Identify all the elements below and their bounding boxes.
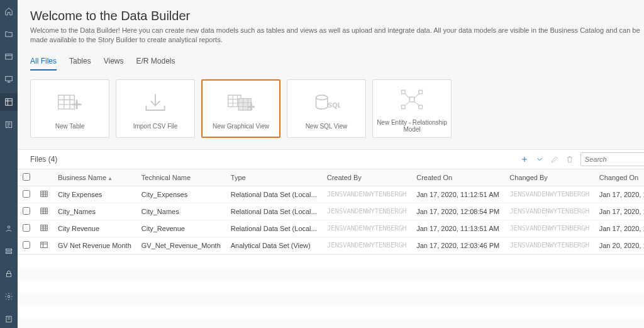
table-icon	[35, 186, 53, 203]
col-changed-on[interactable]: Changed On	[594, 169, 644, 186]
cell-business-name: City Expenses	[53, 186, 136, 203]
files-count-label: Files (4)	[30, 155, 520, 164]
home-icon[interactable]	[0, 3, 18, 20]
view-tabs: All Files Tables Views E/R Models	[18, 52, 644, 71]
svg-rect-17	[419, 91, 423, 94]
cell-type: Analytical Data Set (View)	[226, 237, 322, 254]
col-created-on[interactable]: Created On	[411, 169, 504, 186]
files-table: Business Name▲ Technical Name Type Creat…	[18, 169, 644, 254]
security-icon[interactable]	[0, 265, 18, 283]
tile-label: New Table	[55, 119, 85, 130]
help-icon[interactable]	[0, 310, 18, 328]
data-builder-icon[interactable]	[0, 93, 18, 111]
edit-icon[interactable]	[550, 155, 559, 164]
col-changed-by[interactable]: Changed By	[504, 169, 594, 186]
cell-changed-by: JENSVANDENWYTENBERGH	[504, 203, 594, 220]
cell-created-by: JENSVANDENWYTENBERGH	[322, 237, 411, 254]
svg-rect-23	[41, 225, 48, 230]
table-row[interactable]: City RevenueCity_RevenueRelational Data …	[18, 220, 644, 237]
cell-type: Relational Data Set (Local...	[226, 186, 322, 203]
svg-point-8	[8, 295, 10, 298]
add-icon[interactable]	[520, 155, 529, 164]
svg-rect-22	[41, 208, 48, 213]
folder-icon[interactable]	[0, 25, 18, 43]
table-header-row: Business Name▲ Technical Name Type Creat…	[18, 169, 644, 186]
action-tiles: New Table Import CSV File New Graphical …	[18, 71, 644, 149]
col-business-name[interactable]: Business Name▲	[53, 169, 136, 186]
col-type[interactable]: Type	[226, 169, 322, 186]
table-icon	[35, 220, 53, 237]
row-checkbox[interactable]	[23, 224, 30, 232]
cell-created-on: Jan 17, 2020, 11:12:51 AM	[411, 186, 504, 203]
svg-rect-15	[409, 98, 414, 102]
new-table-icon	[56, 88, 84, 119]
svg-rect-6	[6, 252, 11, 253]
table-icon	[35, 203, 53, 220]
col-technical-name[interactable]: Technical Name	[136, 169, 226, 186]
tile-label: Import CSV File	[133, 119, 178, 130]
row-checkbox[interactable]	[23, 207, 30, 215]
table-row[interactable]: GV Net Revenue MonthGV_Net_Revenue_Month…	[18, 237, 644, 254]
svg-point-13	[316, 95, 328, 99]
connections-icon[interactable]	[0, 242, 18, 260]
tile-new-graphical-view[interactable]: New Graphical View	[201, 79, 280, 138]
select-all-header	[18, 169, 35, 186]
cell-changed-by: JENSVANDENWYTENBERGH	[504, 186, 594, 203]
cell-technical-name: City_Expenses	[136, 186, 226, 203]
tab-er-models[interactable]: E/R Models	[136, 57, 175, 71]
side-navigation	[0, 0, 18, 328]
chevron-down-icon[interactable]	[535, 155, 544, 164]
users-icon[interactable]	[0, 220, 18, 237]
svg-rect-1	[6, 76, 13, 81]
cell-business-name: GV Net Revenue Month	[53, 237, 136, 254]
tile-new-er-model[interactable]: New Entity - Relationship Model	[372, 79, 452, 138]
cell-changed-by: JENSVANDENWYTENBERGH	[504, 237, 594, 254]
cell-created-on: Jan 17, 2020, 12:08:54 PM	[411, 203, 504, 220]
cell-type: Relational Data Set (Local...	[226, 203, 322, 220]
svg-rect-0	[6, 54, 13, 59]
row-checkbox[interactable]	[23, 190, 30, 198]
tile-label: New SQL View	[306, 119, 348, 130]
search-box	[580, 152, 644, 166]
row-checkbox[interactable]	[23, 241, 30, 249]
cell-changed-on: Jan 17, 2020, 12:08:54 PM	[594, 203, 644, 220]
cell-technical-name: City_Revenue	[136, 220, 226, 237]
tab-views[interactable]: Views	[104, 57, 124, 71]
sort-asc-icon: ▲	[108, 176, 113, 181]
tab-tables[interactable]: Tables	[69, 57, 91, 71]
svg-point-4	[8, 226, 10, 229]
cell-created-by: JENSVANDENWYTENBERGH	[322, 220, 411, 237]
delete-icon[interactable]	[565, 155, 574, 164]
data-access-icon[interactable]	[0, 116, 18, 133]
monitor-icon[interactable]	[0, 71, 18, 88]
tile-new-table[interactable]: New Table	[30, 79, 109, 138]
tile-label: New Graphical View	[213, 119, 269, 130]
col-created-by[interactable]: Created By	[322, 169, 411, 186]
svg-rect-16	[402, 91, 406, 94]
cell-technical-name: City_Names	[136, 203, 226, 220]
svg-rect-21	[41, 191, 48, 196]
search-input[interactable]	[580, 152, 644, 166]
select-all-checkbox[interactable]	[23, 173, 30, 181]
tile-new-sql-view[interactable]: SQL New SQL View	[287, 79, 366, 138]
empty-rows-area	[18, 254, 644, 328]
settings-icon[interactable]	[0, 288, 18, 305]
svg-rect-2	[6, 99, 13, 106]
tab-all-files[interactable]: All Files	[30, 57, 57, 71]
page-header: Welcome to the Data Builder Welcome to t…	[18, 0, 644, 52]
repository-icon[interactable]	[0, 48, 18, 65]
cell-type: Relational Data Set (Local...	[226, 220, 322, 237]
table-row[interactable]: City ExpensesCity_ExpensesRelational Dat…	[18, 186, 644, 203]
page-title: Welcome to the Data Builder	[30, 9, 644, 23]
files-toolbar: Files (4)	[18, 149, 644, 169]
view-icon	[35, 237, 53, 254]
cell-created-by: JENSVANDENWYTENBERGH	[322, 203, 411, 220]
cell-technical-name: GV_Net_Revenue_Month	[136, 237, 226, 254]
tile-label: New Entity - Relationship Model	[373, 115, 451, 133]
table-row[interactable]: City_NamesCity_NamesRelational Data Set …	[18, 203, 644, 220]
cell-created-by: JENSVANDENWYTENBERGH	[322, 186, 411, 203]
tile-import-csv[interactable]: Import CSV File	[116, 79, 195, 138]
svg-rect-24	[41, 242, 48, 247]
cell-created-on: Jan 17, 2020, 11:13:51 AM	[411, 220, 504, 237]
svg-rect-10	[58, 95, 75, 109]
